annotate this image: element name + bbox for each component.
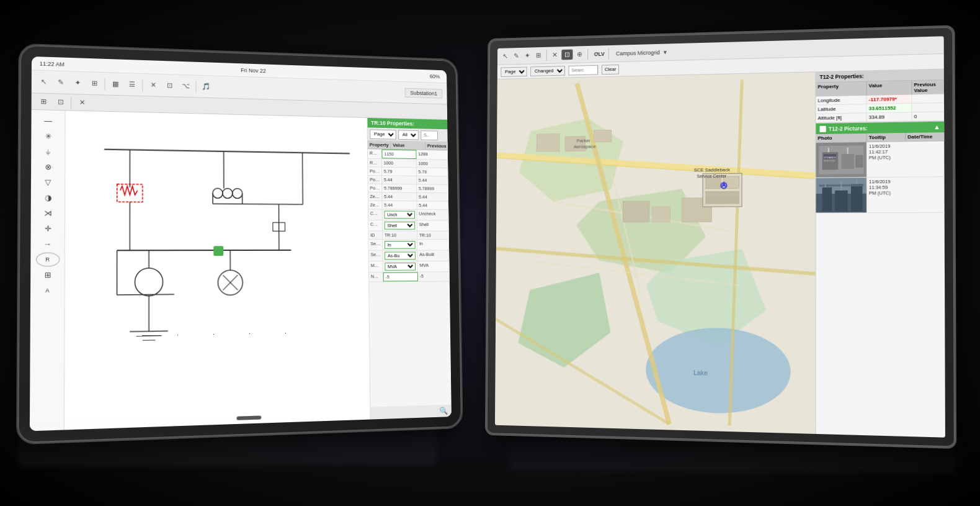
search-icon[interactable]: 🔍 [439,407,448,415]
grid-icon[interactable]: ⊞ [534,51,543,60]
select2-icon[interactable]: ⊞ [37,95,50,108]
value-cell[interactable]: 5.44 [382,176,417,184]
sidebar-ground-icon[interactable]: ⏚ [36,145,60,159]
sidebar-circle-half-icon[interactable]: ◑ [36,191,60,205]
value-cell[interactable]: 1150 [381,150,416,159]
photo-thumbnail-1[interactable]: ETHANOL ELECTRIC [816,142,866,178]
svg-line-24 [117,294,174,295]
table-row: Zero %Z [%]* 5.44 5.44 [368,201,448,210]
paste-icon[interactable]: ⌥ [179,79,192,93]
property-cell: Service State [369,251,383,261]
pencil-icon[interactable]: ✎ [54,76,67,89]
props-search-input[interactable] [421,130,438,140]
value-cell[interactable]: MVA [383,261,417,272]
value-cell[interactable]: 5.44 [382,201,417,209]
sidebar-circle-cross-icon[interactable]: ⊗ [36,160,60,174]
t12-properties-table: Property Value Previous Value Longitude … [816,80,944,124]
substation-label[interactable]: Substation1 [405,88,442,98]
svg-rect-68 [855,155,863,168]
photo-col-header: Photo [816,133,866,142]
cursor-icon[interactable]: ↖ [501,52,510,61]
value-cell[interactable]: As-Bu [383,251,417,261]
sidebar-burst-icon[interactable]: ✳ [36,129,60,143]
sidebar-cross-icon[interactable]: ✛ [36,222,60,236]
property-cell: ID [368,231,383,239]
tools-icon[interactable]: ✦ [71,76,84,89]
all-select[interactable]: All [398,130,419,140]
value-cell[interactable]: In [383,240,417,250]
expand-pics-icon[interactable]: ▲ [933,124,940,130]
photo-thumbnail-2[interactable] [816,178,866,212]
value-cell[interactable]: 5.79 [382,168,417,176]
value-cell[interactable]: Shell [383,220,417,231]
sidebar-r-icon[interactable]: R [35,253,60,267]
sidebar-triangle-icon[interactable]: ▽ [36,175,60,189]
svg-rect-45 [537,133,559,151]
core-type-select[interactable]: Shell [385,222,416,230]
toolbar-separator [105,78,105,90]
close-icon[interactable]: ✕ [146,79,159,92]
sidebar-minus-icon[interactable]: — [36,114,60,128]
layers-icon[interactable]: ⊕ [575,50,584,59]
expand-icon[interactable]: ⊡ [54,96,67,109]
changed-select[interactable]: Changed [530,66,565,76]
map-area[interactable]: Lake [495,72,816,434]
campus-dropdown-icon[interactable]: ▼ [662,49,668,55]
svg-line-26 [136,336,162,337]
sidebar-fish-icon[interactable]: ⋊ [36,206,60,220]
property-cell: Zero X/R* [368,192,383,201]
cursor-icon[interactable]: ↖ [37,75,50,88]
prev-cell: 1288 [416,150,448,160]
page-select-right[interactable]: Page [501,66,527,76]
layout-icon[interactable]: ▦ [109,78,122,91]
table-row: Pos. %Z [%]* 5.44 5.44 [368,176,448,185]
scene: 11:22 AM Fri Nov 22 60% ↖ ✎ ✦ ⊞ ▦ ☰ ✕ ⊡ [0,0,980,506]
select-icon[interactable]: ⊡ [163,79,176,92]
left-tablet-reflection [18,415,436,466]
right-tablet-reflection [510,428,955,472]
right-search-input[interactable] [569,65,599,75]
value-cell[interactable]: Unch [383,209,417,220]
svg-point-7 [233,189,243,199]
center-tap-select[interactable]: Unch [384,210,415,219]
value-cell[interactable]: 5.44 [382,192,417,201]
olv-label: OLV [594,51,605,57]
property-cell: Service [368,240,383,250]
prev-cell: 5.79 [417,168,448,176]
svg-rect-21 [213,246,223,256]
service-select[interactable]: In [385,241,416,249]
mva-select[interactable]: MVA [385,263,416,271]
prev-cell: MVA [418,261,450,272]
close-icon[interactable]: ✕ [550,50,559,60]
altitude-value[interactable]: 334.89 [867,112,912,121]
latitude-value[interactable]: 33.6511552 [867,104,912,113]
pencil-icon[interactable]: ✎ [512,52,520,61]
altitude-prev: 0 [912,112,945,120]
value-cell[interactable]: 5.789999 [382,184,417,192]
note-icon[interactable]: 🎵 [200,80,212,93]
clear-button[interactable]: Clear [602,64,619,74]
svg-rect-54 [706,191,739,204]
prev-col-header: Previous V [425,142,452,150]
menu-icon[interactable]: ☰ [126,78,139,91]
value-cell[interactable]: TR:10 [383,231,417,239]
sidebar-text-icon[interactable]: A [35,283,60,297]
page-select[interactable]: Page [370,129,396,139]
sidebar-arrow-icon[interactable]: → [35,237,60,251]
value-cell[interactable]: 1000 [382,159,417,167]
ipad-sidebar: — ✳ ⏚ ⊗ ▽ ◑ ⋊ ✛ → R ⊞ A [30,110,66,431]
prev-cell: -5 [418,272,450,281]
table-row: Zero X/R* 5.44 5.44 [368,192,448,202]
svg-text:ETHANOL: ETHANOL [824,156,837,159]
property-cell: Pos. X/R [%]* [368,167,382,175]
property-cell: Neg. Tap Se... [369,273,383,282]
tools-icon[interactable]: ✦ [523,51,532,60]
right-toolbar-sep-2 [587,48,588,60]
close2-icon[interactable]: ✕ [76,96,89,109]
sidebar-image-icon[interactable]: ⊞ [35,268,60,282]
image-icon[interactable]: ⊡ [561,50,572,60]
value-cell[interactable]: -5 [383,272,418,281]
service-state-select[interactable]: As-Bu [385,251,416,260]
longitude-value[interactable]: -117.70979* [867,95,912,104]
grid-icon[interactable]: ⊞ [87,77,100,90]
